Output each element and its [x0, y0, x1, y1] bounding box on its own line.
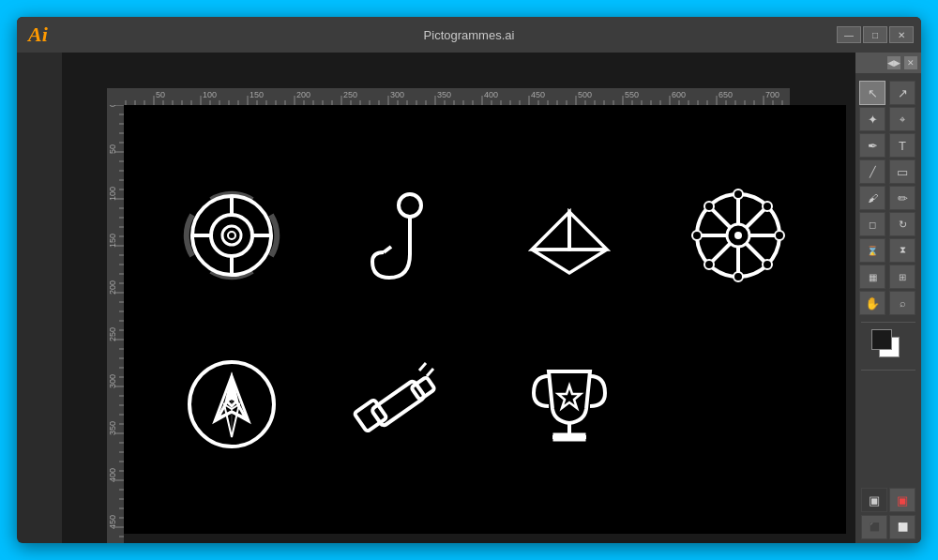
- tools-grid: ↖ ↗ ✦ ⌖ ✒ T ╱ ▭ 🖌 ✏ ◻ ↻ ⌛ ⧗ ▦ ⊞ ✋ ⌕: [855, 77, 921, 319]
- fish-hook-icon: [325, 160, 476, 310]
- direct-select-tool-button[interactable]: ↗: [889, 81, 915, 105]
- blend-tool-button[interactable]: ⧗: [889, 238, 915, 263]
- window-controls: — □ ✕: [837, 26, 921, 43]
- maximize-button[interactable]: □: [863, 26, 887, 43]
- bottom-tool-row-2: ⬛ ⬜: [861, 515, 915, 539]
- svg-point-8: [399, 194, 421, 217]
- bottom-tool-row-1: ▣ ▣: [861, 488, 915, 512]
- fill-color-button[interactable]: ▣: [861, 488, 887, 512]
- rectangle-tool-button[interactable]: ▭: [889, 159, 915, 184]
- eraser-tool-button[interactable]: ◻: [859, 212, 885, 236]
- app-window: Ai Pictogrammes.ai — □ ✕: [17, 17, 921, 543]
- color-boxes: [871, 329, 905, 363]
- icons-grid: [138, 142, 832, 498]
- pen-tool-button[interactable]: ✒: [859, 133, 885, 158]
- title-bar-left: Ai: [17, 23, 129, 47]
- screen-mode-button[interactable]: ⬜: [889, 515, 915, 539]
- svg-point-28: [763, 260, 772, 269]
- minimize-button[interactable]: —: [837, 26, 861, 43]
- ruler-left: [107, 105, 124, 543]
- toolbar-header: ◀▶ ✕: [855, 53, 921, 73]
- toolbar-divider-2: [861, 370, 915, 371]
- svg-point-1: [211, 215, 252, 256]
- rotate-tool-button[interactable]: ↻: [889, 212, 915, 236]
- svg-point-23: [734, 189, 743, 199]
- close-button[interactable]: ✕: [889, 26, 914, 43]
- magic-wand-tool-button[interactable]: ✦: [859, 107, 885, 131]
- hand-tool-button[interactable]: ✋: [859, 291, 885, 315]
- title-bar: Ai Pictogrammes.ai — □ ✕: [17, 17, 921, 53]
- svg-point-29: [763, 202, 772, 211]
- window-title: Pictogrammes.ai: [424, 28, 515, 42]
- canvas-area: [62, 53, 855, 543]
- svg-rect-33: [371, 380, 426, 427]
- type-tool-button[interactable]: T: [889, 133, 915, 158]
- svg-point-27: [704, 202, 714, 211]
- right-toolbar: ◀▶ ✕ ↖ ↗ ✦ ⌖ ✒ T ╱ ▭ 🖌 ✏ ◻ ↻ ⌛ ⧗ ▦: [855, 53, 921, 543]
- life-preserver-icon: [157, 160, 307, 310]
- line-segment-tool-button[interactable]: ╱: [859, 159, 885, 184]
- toolbar-divider-1: [861, 322, 915, 323]
- ruler-corner: [107, 88, 124, 105]
- pencil-tool-button[interactable]: ✏: [889, 186, 915, 210]
- view-toggle-button[interactable]: ⬛: [861, 515, 887, 539]
- ai-logo: Ai: [28, 23, 48, 47]
- zoom-tool-button[interactable]: ⌕: [889, 291, 915, 315]
- paintbrush-tool-button[interactable]: 🖌: [859, 186, 885, 210]
- lasso-tool-button[interactable]: ⌖: [889, 107, 915, 131]
- mesh-tool-button[interactable]: ⊞: [889, 265, 915, 289]
- trophy-icon: [494, 329, 644, 479]
- svg-point-30: [704, 260, 714, 269]
- svg-point-25: [692, 231, 702, 240]
- toolbar-close-button[interactable]: ✕: [904, 56, 917, 69]
- svg-point-26: [775, 231, 784, 240]
- gradient-tool-button[interactable]: ▦: [859, 265, 885, 289]
- compass-icon: [157, 329, 307, 479]
- ship-wheel-icon: [663, 160, 813, 310]
- svg-line-37: [419, 363, 426, 371]
- svg-point-6: [222, 226, 241, 245]
- svg-point-7: [228, 232, 235, 239]
- svg-line-36: [427, 369, 433, 376]
- svg-point-14: [734, 232, 742, 239]
- empty-cell: [663, 329, 813, 479]
- select-tool-button[interactable]: ↖: [859, 81, 885, 105]
- telescope-icon: [325, 329, 476, 479]
- bottom-toolbar: ▣ ▣ ⬛ ⬜: [855, 484, 921, 543]
- paper-boat-icon: [494, 160, 644, 310]
- artboard: [124, 105, 846, 534]
- ruler-top: [107, 88, 790, 105]
- toolbar-collapse-button[interactable]: ◀▶: [887, 56, 900, 69]
- eyedropper-tool-button[interactable]: ⌛: [859, 238, 885, 263]
- stroke-color-button[interactable]: ▣: [889, 488, 915, 512]
- color-section: [868, 325, 909, 367]
- svg-point-24: [734, 272, 743, 281]
- foreground-color-box[interactable]: [871, 329, 892, 350]
